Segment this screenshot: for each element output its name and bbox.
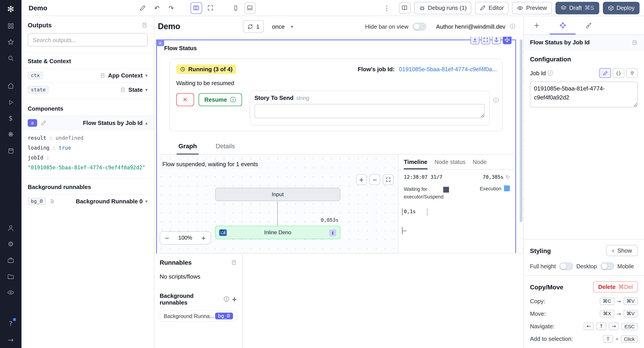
runnables-doc-icon[interactable] — [231, 259, 237, 266]
connect-input-mode-button[interactable] — [626, 68, 638, 78]
inline-deno-node[interactable]: TS↻ Inline Deno I — [215, 226, 340, 239]
outputs-doc-icon[interactable] — [141, 22, 148, 28]
flow-tabs: Graph Details — [157, 138, 515, 154]
star-icon[interactable] — [0, 34, 22, 50]
editor-button[interactable]: Editor — [475, 2, 509, 14]
component-edit-pencil-icon[interactable] — [40, 120, 46, 126]
dollar-glyph: $ — [8, 114, 13, 122]
graph-fullscreen-button[interactable] — [383, 174, 394, 185]
bg0-row[interactable]: bg_0 Background Runnable 0▾ — [22, 194, 154, 209]
component-settings-tab[interactable] — [550, 16, 576, 35]
fullscreen-icon[interactable] — [481, 37, 490, 44]
docs-book-button[interactable] — [399, 2, 410, 14]
add-bg-runnable-button[interactable]: + — [232, 296, 237, 303]
workers-icon[interactable] — [0, 252, 22, 268]
windmill-logo: ✻ — [0, 0, 22, 18]
anchor-icon[interactable] — [492, 37, 501, 44]
fit-width-toggle[interactable] — [190, 2, 202, 14]
move-icon[interactable] — [503, 37, 512, 44]
delete-component-button[interactable]: Delete⌘Del — [593, 281, 638, 292]
settings-header: Flow Status by Job Id — [524, 35, 644, 50]
deploy-button[interactable]: Deploy — [603, 2, 640, 14]
box-info-icon[interactable]: ⓘ — [493, 97, 499, 104]
folders-icon[interactable] — [0, 268, 22, 284]
users-icon[interactable] — [0, 220, 22, 236]
expand-sidebar-icon[interactable]: → — [0, 332, 22, 348]
editor-label: Editor — [488, 5, 504, 11]
app-sidebar: ✻ $ ❋ ⚙ ? → — [0, 0, 22, 348]
kebab-menu-button[interactable]: ⋮ — [381, 2, 393, 14]
draft-button[interactable]: Draft⌘S — [555, 2, 599, 14]
desktop-toggle[interactable] — [600, 262, 614, 270]
component-chevron-up-icon[interactable]: ▴ — [145, 120, 148, 125]
zoom-in-button[interactable]: + — [196, 232, 210, 244]
desktop-view-toggle[interactable] — [244, 2, 256, 14]
state-row[interactable]: state State▾ — [22, 82, 154, 97]
search-outputs-input[interactable] — [28, 33, 148, 47]
canvas-scrollbar[interactable] — [520, 39, 522, 222]
runs-icon[interactable] — [0, 94, 22, 110]
tab-node-status[interactable]: Node status — [434, 154, 466, 169]
bg0-chevron-down-icon[interactable]: ▾ — [145, 199, 148, 204]
resume-button[interactable]: Resume ⓘ — [198, 93, 242, 106]
redo-button[interactable]: ↷ — [165, 2, 177, 14]
job-id-info-icon: ⓘ — [548, 69, 553, 77]
schedules-icon[interactable] — [0, 142, 22, 158]
canvas[interactable]: a Flow Status Running (3 of 4) — [154, 37, 523, 253]
bg-runnables-info-icon[interactable]: ⓘ — [224, 295, 229, 303]
settings-doc-icon[interactable] — [632, 39, 638, 46]
plus-icon: + — [201, 235, 206, 241]
tab-graph[interactable]: Graph — [177, 138, 198, 154]
input-node[interactable]: Input — [215, 188, 340, 201]
search-icon[interactable] — [0, 50, 22, 66]
tab-details[interactable]: Details — [214, 138, 236, 154]
selected-component[interactable]: a Flow Status Running (3 of 4) — [156, 39, 516, 253]
ctx-row[interactable]: ctx App Context▾ — [22, 68, 154, 82]
windmill-logo-glyph: ✻ — [7, 4, 14, 14]
kbd-arrow-right: → — [609, 322, 619, 330]
tab-timeline[interactable]: Timeline — [404, 154, 427, 169]
theme-brush-tab[interactable] — [576, 16, 602, 35]
debug-runs-button[interactable]: Debug runs (1) — [414, 2, 472, 14]
ctx-chevron-down-icon[interactable]: ▾ — [145, 73, 148, 78]
flow-graph-canvas[interactable]: Flow suspended, waiting for 1 events + −… — [157, 154, 398, 253]
zoom-out-button[interactable]: − — [160, 232, 174, 244]
job-id-textarea[interactable]: 0191085e-5baa-81ef-4774-c9ef4f0a92d2 — [530, 82, 638, 107]
hub-icon[interactable]: ❋ — [0, 126, 22, 142]
chevron-left-icon: ‹ — [612, 247, 614, 254]
variables-icon[interactable]: $ — [0, 110, 22, 126]
flow-job-id-link[interactable]: 0191085e-5baa-81ef-4774-c9ef4f0a... — [399, 66, 497, 73]
apps-icon[interactable] — [0, 18, 22, 34]
story-textarea[interactable] — [254, 104, 485, 118]
graph-zoom-in-button[interactable]: + — [356, 174, 367, 185]
graph-zoom-out-button[interactable]: − — [370, 174, 380, 185]
author-info-icon[interactable]: ⓘ — [510, 23, 515, 30]
audit-eye-icon[interactable] — [0, 284, 22, 300]
copy-move-section: Copy/Move Delete⌘Del Copy: ⌘C→⌘V Move: ⌘… — [524, 275, 644, 348]
hide-bar-toggle[interactable] — [413, 23, 426, 30]
cancel-flow-button[interactable]: ✕ — [176, 93, 194, 106]
insert-component-tab[interactable]: + — [524, 16, 550, 35]
mobile-view-toggle[interactable] — [230, 2, 241, 14]
refresh-button[interactable]: 1 — [243, 20, 264, 33]
full-height-toggle[interactable] — [559, 262, 573, 270]
static-input-mode-button[interactable] — [599, 68, 611, 78]
preview-button[interactable]: Preview — [512, 2, 552, 14]
component-a-row[interactable]: a Flow Status by Job Id▴ — [22, 116, 154, 130]
settings-gear-icon[interactable]: ⚙ — [0, 236, 22, 252]
undo-button[interactable]: ↶ — [151, 2, 162, 14]
bg-runnable-item[interactable]: Background Runna... bg_0 — [160, 310, 237, 321]
home-icon[interactable] — [0, 78, 22, 94]
fullwidth-toggle[interactable] — [204, 2, 216, 14]
schedule-select[interactable]: once ▾ — [272, 23, 293, 30]
styling-show-button[interactable]: ‹Show — [606, 245, 638, 256]
tab-node[interactable]: Node — [473, 154, 486, 169]
settings-header-title: Flow Status by Job Id — [530, 39, 590, 46]
expand-down-icon[interactable] — [470, 37, 480, 44]
legend-execution-swatch — [504, 186, 510, 191]
navigate-shortcut-row: Navigate: ←↑→ESC — [530, 322, 638, 330]
state-chevron-down-icon[interactable]: ▾ — [145, 87, 148, 92]
eval-input-mode-button[interactable]: {} — [613, 68, 624, 78]
rename-pencil-icon[interactable] — [137, 2, 148, 14]
help-icon[interactable]: ? — [0, 316, 22, 332]
